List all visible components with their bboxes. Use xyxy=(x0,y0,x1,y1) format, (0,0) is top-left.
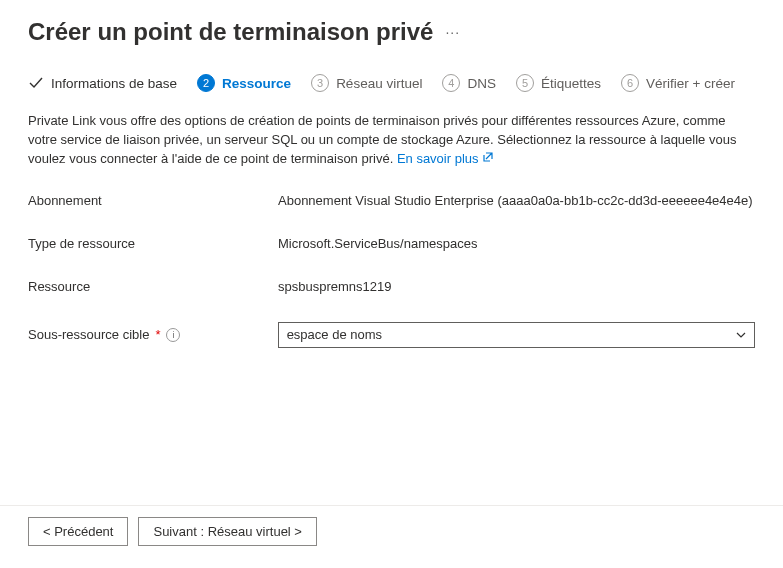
select-value: espace de noms xyxy=(287,327,382,342)
previous-button[interactable]: < Précédent xyxy=(28,517,128,546)
resource-label: Ressource xyxy=(28,279,278,294)
step-number: 5 xyxy=(516,74,534,92)
info-icon[interactable]: i xyxy=(166,328,180,342)
learn-more-link[interactable]: En savoir plus xyxy=(397,151,494,166)
tab-review-create[interactable]: 6 Vérifier + créer xyxy=(621,74,735,92)
required-indicator: * xyxy=(155,327,160,342)
tab-dns[interactable]: 4 DNS xyxy=(442,74,496,92)
target-subresource-label: Sous-ressource cible * i xyxy=(28,327,278,342)
external-link-icon xyxy=(482,150,494,169)
step-number: 2 xyxy=(197,74,215,92)
chevron-down-icon xyxy=(734,328,748,342)
resource-type-value: Microsoft.ServiceBus/namespaces xyxy=(278,236,477,251)
tab-virtual-network[interactable]: 3 Réseau virtuel xyxy=(311,74,422,92)
tab-basics[interactable]: Informations de base xyxy=(28,75,177,91)
tab-label: Étiquettes xyxy=(541,76,601,91)
subscription-label: Abonnement xyxy=(28,193,278,208)
wizard-steps: Informations de base 2 Ressource 3 Résea… xyxy=(0,58,783,104)
footer-divider xyxy=(0,505,783,506)
step-number: 4 xyxy=(442,74,460,92)
tab-label: Réseau virtuel xyxy=(336,76,422,91)
step-number: 6 xyxy=(621,74,639,92)
next-button[interactable]: Suivant : Réseau virtuel > xyxy=(138,517,317,546)
more-actions[interactable]: ··· xyxy=(445,24,460,40)
tab-label: Ressource xyxy=(222,76,291,91)
tab-resource[interactable]: 2 Ressource xyxy=(197,74,291,92)
description-text: Private Link vous offre des options de c… xyxy=(28,112,755,169)
subscription-value: Abonnement Visual Studio Enterprise (aaa… xyxy=(278,193,753,208)
check-icon xyxy=(28,75,44,91)
page-title: Créer un point de terminaison privé xyxy=(28,18,433,46)
target-subresource-select[interactable]: espace de noms xyxy=(278,322,755,348)
tab-label: Vérifier + créer xyxy=(646,76,735,91)
step-number: 3 xyxy=(311,74,329,92)
tab-label: DNS xyxy=(467,76,496,91)
desc-body: Private Link vous offre des options de c… xyxy=(28,113,736,166)
tab-tags[interactable]: 5 Étiquettes xyxy=(516,74,601,92)
resource-value: spsbuspremns1219 xyxy=(278,279,391,294)
tab-label: Informations de base xyxy=(51,76,177,91)
resource-type-label: Type de ressource xyxy=(28,236,278,251)
